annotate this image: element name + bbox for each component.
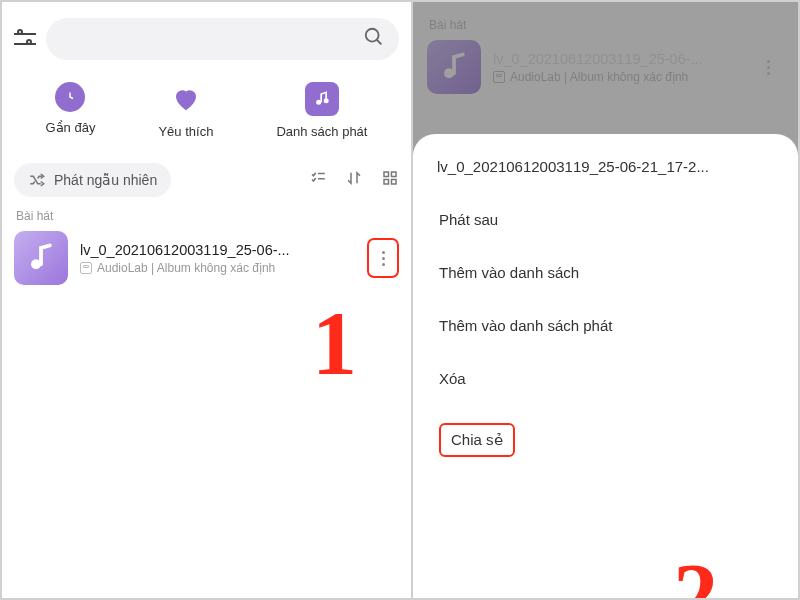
share-item[interactable]: Chia sẻ — [437, 405, 774, 475]
sort-icon[interactable] — [345, 169, 363, 191]
shuffle-icon — [28, 171, 46, 189]
playlist-icon — [305, 82, 339, 116]
svg-point-4 — [324, 98, 329, 103]
svg-point-0 — [366, 29, 379, 42]
svg-rect-5 — [384, 172, 389, 177]
storage-icon — [80, 262, 92, 274]
action-sheet: lv_0_20210612003119_25-06-21_17-2... Phá… — [413, 134, 798, 598]
add-to-list-item[interactable]: Thêm vào danh sách — [437, 246, 774, 299]
search-input[interactable] — [46, 18, 399, 60]
track-subtitle: AudioLab | Album không xác định — [80, 261, 355, 275]
more-vertical-icon — [382, 251, 385, 266]
select-icon[interactable] — [309, 169, 327, 191]
share-label: Chia sẻ — [439, 423, 515, 457]
track-meta: lv_0_20210612003119_25-06-... AudioLab |… — [80, 242, 355, 275]
music-library-screen: Gần đây Yêu thích Danh sách phát Phát ng… — [2, 2, 413, 598]
recent-label: Gần đây — [46, 120, 96, 135]
svg-rect-8 — [392, 180, 397, 185]
clock-icon — [55, 82, 85, 112]
more-options-button[interactable] — [367, 238, 399, 278]
grid-icon[interactable] — [381, 169, 399, 191]
controls-row: Phát ngẫu nhiên — [14, 163, 399, 197]
top-bar — [14, 18, 399, 60]
add-to-playlist-item[interactable]: Thêm vào danh sách phát — [437, 299, 774, 352]
shuffle-button[interactable]: Phát ngẫu nhiên — [14, 163, 171, 197]
sheet-title: lv_0_20210612003119_25-06-21_17-2... — [437, 158, 774, 175]
settings-icon[interactable] — [14, 28, 36, 50]
recent-button[interactable]: Gần đây — [46, 82, 96, 139]
playlist-label: Danh sách phát — [276, 124, 367, 139]
shuffle-label: Phát ngẫu nhiên — [54, 172, 157, 188]
quick-access-row: Gần đây Yêu thích Danh sách phát — [14, 82, 399, 139]
heart-icon — [169, 82, 203, 116]
playlist-button[interactable]: Danh sách phát — [276, 82, 367, 139]
favorite-label: Yêu thích — [158, 124, 213, 139]
svg-line-1 — [377, 40, 382, 45]
annotation-1: 1 — [312, 292, 357, 395]
play-next-item[interactable]: Phát sau — [437, 193, 774, 246]
delete-item[interactable]: Xóa — [437, 352, 774, 405]
annotation-2: 2 — [673, 544, 718, 600]
album-art-icon — [14, 231, 68, 285]
songs-header: Bài hát — [16, 209, 399, 223]
track-title: lv_0_20210612003119_25-06-... — [80, 242, 355, 258]
favorite-button[interactable]: Yêu thích — [158, 82, 213, 139]
svg-rect-7 — [384, 180, 389, 185]
track-row[interactable]: lv_0_20210612003119_25-06-... AudioLab |… — [14, 231, 399, 285]
context-menu-screen: Bài hát lv_0_20210612003119_25-06-... Au… — [413, 2, 798, 598]
search-icon — [363, 26, 385, 52]
svg-rect-6 — [392, 172, 397, 177]
